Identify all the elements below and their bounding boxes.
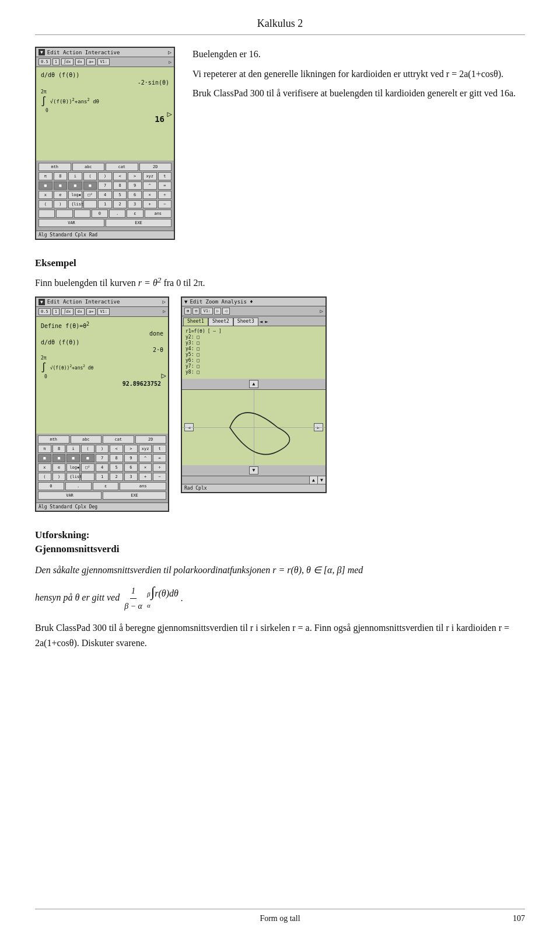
btn-row3-2[interactable]: ■ xyxy=(54,182,68,190)
btn-eps[interactable]: ε xyxy=(127,210,143,218)
btn-i[interactable]: i xyxy=(68,172,82,180)
clk-lp[interactable]: ( xyxy=(81,445,94,453)
btn-x[interactable]: x xyxy=(38,191,52,199)
btn-pi[interactable]: π xyxy=(38,172,52,180)
clk-7[interactable]: 7 xyxy=(96,454,109,462)
clk-9[interactable]: 9 xyxy=(124,454,138,462)
clk-x[interactable]: x xyxy=(38,463,51,472)
clk-eps[interactable]: ε xyxy=(93,482,119,490)
clk-d4[interactable]: ■ xyxy=(81,454,94,462)
zt-5[interactable]: ◁ xyxy=(222,308,229,315)
btn-exe[interactable]: EXE xyxy=(106,219,172,227)
zt-2[interactable]: ⊟ xyxy=(192,308,200,315)
btn-row3-1[interactable]: ■ xyxy=(38,182,52,190)
btn-row3-4[interactable]: ■ xyxy=(83,182,97,190)
scroll-btn-up[interactable]: ▲ xyxy=(309,476,317,484)
clk-exe[interactable]: EXE xyxy=(103,491,166,500)
tb-btn-fdx[interactable]: ∫dx xyxy=(61,58,74,65)
tab-sheet3[interactable]: Sheet3 xyxy=(233,318,258,326)
btn-7[interactable]: 7 xyxy=(98,182,112,190)
btn-row3-3[interactable]: ■ xyxy=(68,182,82,190)
clk-rp[interactable]: ) xyxy=(96,445,109,453)
clk-abc[interactable]: abc xyxy=(71,435,102,444)
clk-minus[interactable]: − xyxy=(153,473,166,481)
calc-left-toolbar[interactable]: 0.5 1 ∫dx dx a= V1: ▷ xyxy=(36,307,168,317)
btn-mth[interactable]: mth xyxy=(38,163,71,171)
cl-tb-3[interactable]: ∫dx xyxy=(61,308,74,315)
scroll-btn-down[interactable]: ▼ xyxy=(317,476,326,484)
btn-empty1[interactable] xyxy=(83,200,97,208)
clk-cat[interactable]: cat xyxy=(103,435,134,444)
clk-3[interactable]: 3 xyxy=(124,473,138,481)
tb-btn-v1[interactable]: V1: xyxy=(97,58,110,65)
clk-5[interactable]: 5 xyxy=(110,463,123,472)
tab-arrow-right[interactable]: ► xyxy=(264,318,269,326)
clk-t[interactable]: t xyxy=(153,445,166,453)
btn-times[interactable]: × xyxy=(143,191,157,199)
btn-lt[interactable]: < xyxy=(113,172,127,180)
clk-var[interactable]: VAR xyxy=(38,491,102,500)
cl-tb-1[interactable]: 0.5 xyxy=(38,308,51,315)
clk-ans[interactable]: ans xyxy=(120,482,166,490)
btn-list[interactable]: {list} xyxy=(68,200,82,208)
clk-mth[interactable]: mth xyxy=(38,435,69,444)
clk-rb[interactable]: ) xyxy=(52,473,66,481)
tb-btn-dx[interactable]: dx xyxy=(75,58,85,65)
btn-2[interactable]: 2 xyxy=(113,200,127,208)
btn-gt[interactable]: > xyxy=(128,172,142,180)
cl-tb-6[interactable]: V1: xyxy=(97,308,110,315)
nav-down[interactable]: ▼ xyxy=(249,466,258,475)
btn-log[interactable]: log▪ xyxy=(68,191,82,199)
clk-gt[interactable]: > xyxy=(124,445,138,453)
btn-6[interactable]: 6 xyxy=(128,191,142,199)
clk-div[interactable]: ÷ xyxy=(153,463,166,472)
btn-xyz[interactable]: xyz xyxy=(143,172,157,180)
clk-e2[interactable] xyxy=(81,473,94,481)
btn-empty3[interactable] xyxy=(56,210,72,218)
zt-4[interactable]: ▷ xyxy=(214,308,221,315)
btn-9[interactable]: 9 xyxy=(128,182,142,190)
clk-d3[interactable]: ■ xyxy=(66,454,80,462)
btn-1[interactable]: 1 xyxy=(98,200,112,208)
tb-btn-a[interactable]: a= xyxy=(86,58,96,65)
btn-ans[interactable]: ans xyxy=(145,210,172,218)
clk-plus[interactable]: + xyxy=(139,473,152,481)
clk-d1[interactable]: ■ xyxy=(38,454,51,462)
btn-4[interactable]: 4 xyxy=(98,191,112,199)
btn-var[interactable]: VAR xyxy=(38,219,104,227)
clk-e[interactable]: e xyxy=(52,463,66,472)
clk-caret[interactable]: ^ xyxy=(139,454,152,462)
btn-plus[interactable]: + xyxy=(143,200,157,208)
clk-8b[interactable]: 8 xyxy=(110,454,123,462)
btn-caret[interactable]: ^ xyxy=(143,182,157,190)
clk-xyz[interactable]: xyz xyxy=(139,445,152,453)
btn-cat[interactable]: cat xyxy=(106,163,138,171)
clk-eq[interactable]: = xyxy=(153,454,166,462)
clk-2d[interactable]: 2D xyxy=(135,435,167,444)
btn-8[interactable]: 8 xyxy=(54,172,68,180)
zt-3[interactable]: V1: xyxy=(201,308,213,315)
clk-0[interactable]: 0 xyxy=(38,482,64,490)
cl-tb-4[interactable]: dx xyxy=(75,308,85,315)
clk-dot[interactable]: . xyxy=(65,482,92,490)
clk-pi[interactable]: π xyxy=(38,445,51,453)
clk-4[interactable]: 4 xyxy=(96,463,109,472)
tab-sheet2[interactable]: Sheet2 xyxy=(208,318,233,326)
clk-sq[interactable]: □² xyxy=(81,463,94,472)
clk-log[interactable]: log▪ xyxy=(66,463,80,472)
clk-2[interactable]: 2 xyxy=(110,473,123,481)
tb-btn-2[interactable]: 1 xyxy=(52,58,60,65)
clk-6[interactable]: 6 xyxy=(124,463,138,472)
btn-3[interactable]: 3 xyxy=(128,200,142,208)
clk-i[interactable]: i xyxy=(66,445,80,453)
zoom-toolbar[interactable]: ⊞ ⊟ V1: ▷ ◁ ▷ xyxy=(182,306,326,316)
btn-dot[interactable]: . xyxy=(109,210,125,218)
tb-btn-1[interactable]: 0.5 xyxy=(38,58,51,65)
tab-arrow-left[interactable]: ◄ xyxy=(258,318,264,326)
btn-5[interactable]: 5 xyxy=(113,191,127,199)
clk-lt[interactable]: < xyxy=(110,445,123,453)
clk-mul[interactable]: × xyxy=(139,463,152,472)
clk-lst[interactable]: {list} xyxy=(66,473,80,481)
calc-toolbar[interactable]: 0.5 1 ∫dx dx a= V1: ▷ xyxy=(36,57,174,67)
cl-tb-5[interactable]: a= xyxy=(86,308,96,315)
